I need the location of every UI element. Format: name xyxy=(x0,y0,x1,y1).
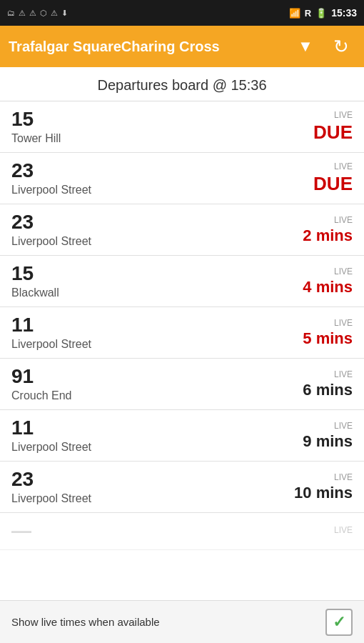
filter-icon: ▼ xyxy=(298,37,313,56)
header-actions: ▼ ↻ xyxy=(291,32,355,61)
live-label: LIVE xyxy=(334,161,353,171)
briefcase-icon: 🗂 xyxy=(7,9,15,17)
bus-number: 23 xyxy=(11,469,91,491)
usb-icon: ⬡ xyxy=(40,9,47,18)
departure-time: DUE xyxy=(313,121,353,144)
status-icons: 🗂 ⚠ ⚠ ⬡ ⚠ ⬇ xyxy=(7,9,68,18)
warning-icon-3: ⚠ xyxy=(51,9,58,18)
warning-icon-1: ⚠ xyxy=(19,9,26,18)
departure-row: 23Liverpool StreetLIVEDUE xyxy=(0,153,364,204)
bus-number: 15 xyxy=(11,109,61,131)
departure-row: 23Liverpool StreetLIVE2 mins xyxy=(0,204,364,256)
departure-right: LIVE5 mins xyxy=(303,318,353,348)
filter-button[interactable]: ▼ xyxy=(291,32,320,61)
departure-right: LIVE10 mins xyxy=(294,472,353,502)
departure-left: 23Liverpool Street xyxy=(11,469,91,505)
partial-right: LIVE xyxy=(334,525,353,537)
bus-destination: Blackwall xyxy=(11,286,59,299)
departure-row: 11Liverpool StreetLIVE9 mins xyxy=(0,410,364,462)
departure-left: 15Blackwall xyxy=(11,263,59,299)
departure-row: 15BlackwallLIVE4 mins xyxy=(0,256,364,307)
departure-right: LIVEDUE xyxy=(313,110,353,144)
departure-right: LIVEDUE xyxy=(313,161,353,195)
departure-left: 23Liverpool Street xyxy=(11,211,91,248)
departure-list: 15Tower HillLIVEDUE23Liverpool StreetLIV… xyxy=(0,101,364,513)
refresh-button[interactable]: ↻ xyxy=(327,32,355,61)
bus-number: 91 xyxy=(11,366,72,388)
bus-number: 11 xyxy=(11,417,91,439)
status-right: 📶 R 🔋 15:33 xyxy=(289,7,357,19)
live-label: LIVE xyxy=(334,369,353,379)
departures-title: Departures board @ 15:36 xyxy=(0,67,364,101)
bus-number: 23 xyxy=(11,211,91,234)
live-label: LIVE xyxy=(334,215,353,225)
departure-time: 2 mins xyxy=(303,226,353,245)
signal-icon: R xyxy=(305,8,311,19)
departure-time: 5 mins xyxy=(303,329,353,348)
live-label: LIVE xyxy=(334,421,353,431)
departure-time: 10 mins xyxy=(294,484,353,502)
live-times-checkbox[interactable]: ✓ xyxy=(325,609,353,636)
live-label: LIVE xyxy=(334,110,353,120)
bus-destination: Liverpool Street xyxy=(11,235,91,248)
battery-icon: 🔋 xyxy=(315,8,327,19)
live-label: LIVE xyxy=(334,472,353,482)
departure-time: 4 mins xyxy=(303,278,353,296)
live-times-label: Show live times when available xyxy=(11,616,160,628)
clock: 15:33 xyxy=(331,7,357,19)
departure-row: 23Liverpool StreetLIVE10 mins xyxy=(0,462,364,513)
departure-time: 9 mins xyxy=(303,432,353,451)
departure-row: 15Tower HillLIVEDUE xyxy=(0,101,364,153)
bus-destination: Liverpool Street xyxy=(11,441,91,454)
departure-time: DUE xyxy=(313,173,353,195)
departure-right: LIVE6 mins xyxy=(303,369,353,399)
departure-left: 91Crouch End xyxy=(11,366,72,402)
download-icon: ⬇ xyxy=(61,9,68,18)
bus-destination: Tower Hill xyxy=(11,132,61,145)
partial-left: — xyxy=(11,520,31,542)
departure-time: 6 mins xyxy=(303,381,353,399)
bottom-bar: Show live times when available ✓ xyxy=(0,600,364,643)
checkmark-icon: ✓ xyxy=(333,613,345,632)
departure-row: 91Crouch EndLIVE6 mins xyxy=(0,359,364,410)
wifi-icon: 📶 xyxy=(289,8,300,19)
departure-left: 11Liverpool Street xyxy=(11,417,91,454)
warning-icon-2: ⚠ xyxy=(29,9,36,18)
status-bar: 🗂 ⚠ ⚠ ⬡ ⚠ ⬇ 📶 R 🔋 15:33 xyxy=(0,0,364,26)
partial-departure-row: — LIVE xyxy=(0,513,364,550)
refresh-icon: ↻ xyxy=(333,36,349,58)
departure-left: 15Tower Hill xyxy=(11,109,61,145)
header: Trafalgar SquareCharing Cross ▼ ↻ xyxy=(0,26,364,67)
departure-left: 11Liverpool Street xyxy=(11,314,91,351)
bus-destination: Liverpool Street xyxy=(11,184,91,196)
departure-left: 23Liverpool Street xyxy=(11,160,91,196)
live-label: LIVE xyxy=(334,318,353,328)
partial-live-label: LIVE xyxy=(334,525,353,535)
live-label: LIVE xyxy=(334,266,353,276)
bus-destination: Liverpool Street xyxy=(11,338,91,351)
bus-number: 15 xyxy=(11,263,59,285)
bus-destination: Crouch End xyxy=(11,389,72,402)
bus-destination: Liverpool Street xyxy=(11,492,91,505)
departure-right: LIVE2 mins xyxy=(303,215,353,245)
header-title: Trafalgar SquareCharing Cross xyxy=(9,39,291,55)
departure-right: LIVE9 mins xyxy=(303,421,353,451)
departure-right: LIVE4 mins xyxy=(303,266,353,296)
bus-number: 23 xyxy=(11,160,91,182)
departure-row: 11Liverpool StreetLIVE5 mins xyxy=(0,307,364,359)
bus-number: 11 xyxy=(11,314,91,337)
